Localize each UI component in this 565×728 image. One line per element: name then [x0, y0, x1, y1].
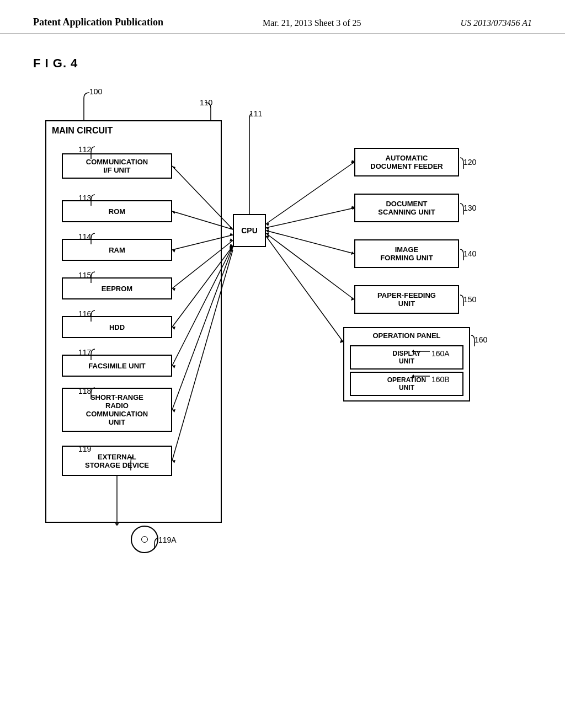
paper-feeding-label: PAPER-FEEDING UNIT	[377, 291, 436, 308]
main-content: F I G. 4 100 110 111 MAIN CIRCUIT COMMUN…	[0, 34, 565, 606]
svg-marker-38	[266, 235, 269, 238]
circle-inner	[141, 536, 148, 543]
rom-label: ROM	[109, 207, 125, 216]
op-panel-title: OPERATION PANEL	[344, 328, 469, 343]
ref-160B: 160B	[431, 375, 450, 384]
svg-marker-42	[115, 523, 119, 526]
svg-line-27	[266, 208, 354, 228]
ram-label: RAM	[109, 246, 125, 254]
op-panel-box: OPERATION PANEL DISPLAY UNIT OPERATION U…	[343, 327, 470, 402]
ref-160: 160	[475, 335, 487, 344]
ref-115: 115	[78, 271, 91, 280]
eeprom-label: EEPROM	[102, 285, 132, 293]
svg-marker-26	[266, 223, 269, 226]
adf-label: AUTOMATIC DOCUMENT FEEDER	[370, 154, 443, 170]
ref-113: 113	[78, 194, 91, 202]
ref-116: 116	[78, 309, 91, 318]
header-left: Patent Application Publication	[33, 17, 163, 28]
svg-marker-22	[230, 248, 233, 252]
ext-storage-label: EXTERNAL STORAGE DEVICE	[85, 453, 149, 469]
svg-line-24	[266, 162, 354, 224]
ref-100: 100	[89, 87, 102, 96]
svg-line-36	[266, 236, 343, 342]
ref-160A: 160A	[431, 349, 450, 358]
ref-119A: 119A	[158, 536, 177, 544]
ref-114: 114	[78, 232, 91, 241]
svg-marker-29	[266, 227, 269, 230]
comm-unit-label: COMMUNICATION I/F UNIT	[86, 158, 148, 174]
radio-label: SHORT-RANGE RADIO COMMUNICATION UNIT	[86, 393, 148, 426]
image-forming-box: IMAGE FORMING UNIT	[354, 239, 459, 268]
ref-118: 118	[78, 387, 91, 395]
comm-unit-box: COMMUNICATION I/F UNIT	[62, 153, 172, 179]
ref-112: 112	[78, 145, 91, 154]
diagram: 100 110 111 MAIN CIRCUIT COMMUNICATION I…	[45, 87, 520, 584]
scan-label: DOCUMENT SCANNING UNIT	[378, 200, 435, 216]
paper-feeding-box: PAPER-FEEDING UNIT	[354, 285, 459, 314]
ref-110: 110	[200, 98, 212, 107]
op-unit-label: OPERATION UNIT	[387, 376, 426, 392]
ref-120: 120	[463, 158, 476, 167]
header-center: Mar. 21, 2013 Sheet 3 of 25	[263, 18, 361, 28]
svg-marker-35	[266, 232, 269, 235]
fax-box: FACSIMILE UNIT	[62, 355, 172, 377]
eeprom-box: EEPROM	[62, 277, 172, 299]
svg-line-33	[266, 233, 354, 299]
fax-label: FACSIMILE UNIT	[88, 362, 145, 370]
ref-111: 111	[249, 109, 262, 118]
header-right: US 2013/073456 A1	[461, 18, 532, 28]
svg-marker-32	[266, 229, 269, 233]
ref-119: 119	[78, 445, 91, 453]
hdd-label: HDD	[109, 323, 125, 331]
cpu-label: CPU	[241, 226, 258, 235]
ref-117: 117	[78, 348, 91, 357]
hdd-box: HDD	[62, 316, 172, 338]
main-circuit-title: MAIN CIRCUIT	[52, 126, 113, 136]
svg-line-30	[266, 231, 354, 254]
adf-box: AUTOMATIC DOCUMENT FEEDER	[354, 148, 459, 176]
ref-150: 150	[463, 295, 476, 304]
scan-box: DOCUMENT SCANNING UNIT	[354, 194, 459, 222]
page-header: Patent Application Publication Mar. 21, …	[0, 0, 565, 34]
display-unit-label: DISPLAY UNIT	[393, 350, 421, 365]
ram-box: RAM	[62, 239, 172, 261]
circle-symbol	[131, 526, 158, 553]
rom-box: ROM	[62, 200, 172, 222]
ref-130: 130	[463, 204, 476, 212]
ref-140: 140	[463, 249, 476, 258]
cpu-box: CPU	[233, 214, 266, 247]
image-forming-label: IMAGE FORMING UNIT	[380, 245, 433, 262]
figure-label: F I G. 4	[33, 56, 532, 71]
